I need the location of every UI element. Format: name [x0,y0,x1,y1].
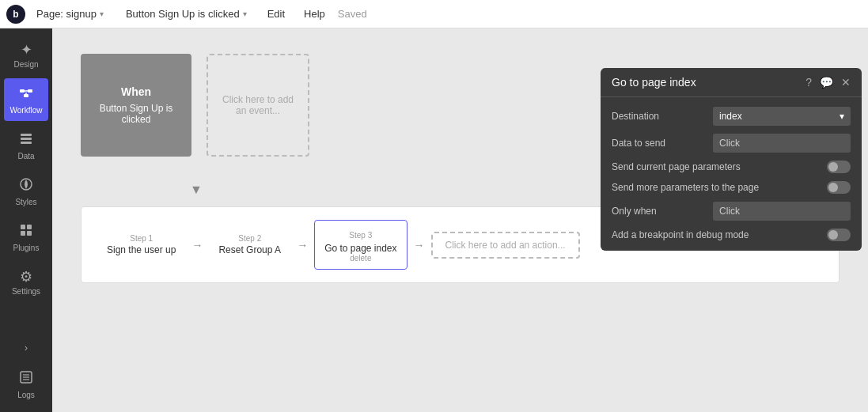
step-arrow-1: → [191,239,203,251]
logs-icon [18,369,34,389]
trigger-description: Button Sign Up is clicked [90,103,182,125]
only-when-label: Only when [612,206,707,217]
add-event-card[interactable]: Click here to add an event... [207,54,309,157]
add-action-card[interactable]: Click here to add an action... [431,232,580,259]
sidebar-item-logs-label: Logs [17,391,35,399]
panel-title: Go to page index [612,76,696,89]
send-more-row: Send more parameters to the page [612,181,851,194]
sidebar-item-workflow-label: Workflow [10,106,43,115]
panel-header: Go to page index ? 💬 ✕ [601,68,862,97]
svg-rect-2 [24,94,28,97]
canvas: When Button Sign Up is clicked Click her… [52,28,868,412]
destination-value: index [719,111,742,122]
svg-rect-12 [27,231,32,236]
breakpoint-row: Add a breakpoint in debug mode [612,229,851,241]
sidebar-item-data-label: Data [17,152,34,161]
destination-label: Destination [612,111,707,122]
sidebar-item-plugins-label: Plugins [13,244,40,252]
step-2-name: Reset Group A [218,244,281,255]
step-3-name: Go to page index [324,243,396,254]
panel-header-icons: ? 💬 ✕ [805,76,851,89]
destination-row: Destination index ▾ [612,107,851,126]
trigger-when-label: When [121,85,151,98]
canvas-down-arrow: ▼ [190,183,203,197]
panel-comment-icon[interactable]: 💬 [820,76,833,89]
step-3[interactable]: Step 3 Go to page index delete [314,220,407,270]
step-arrow-3: → [414,239,425,251]
event-dropdown-arrow: ▾ [243,9,247,18]
data-icon [18,130,34,150]
step-1-label: Step 1 [130,234,153,243]
send-current-row: Send current page parameters [612,161,851,173]
svg-rect-0 [20,89,25,93]
trigger-card[interactable]: When Button Sign Up is clicked [81,54,191,157]
sidebar-item-plugins[interactable]: Plugins [4,216,48,259]
data-to-send-input[interactable]: Click [713,134,851,153]
breakpoint-label: Add a breakpoint in debug mode [612,229,749,240]
data-to-send-value: Click [719,138,740,149]
only-when-value: Click [719,206,740,217]
panel-close-icon[interactable]: ✕ [841,76,851,89]
step-1[interactable]: Step 1 Sign the user up [97,228,185,262]
page-label: Page: signup [36,8,97,20]
step-3-label: Step 3 [349,231,372,240]
event-label: Button Sign Up is clicked [126,8,240,20]
step-2[interactable]: Step 2 Reset Group A [209,228,290,262]
topbar-actions: Edit Help [264,6,328,21]
design-icon: ✦ [21,41,32,59]
step-2-label: Step 2 [238,234,261,243]
data-to-send-label: Data to send [612,138,707,149]
panel-help-icon[interactable]: ? [805,76,812,89]
step-3-delete[interactable]: delete [324,254,396,263]
sidebar-item-logs[interactable]: Logs [4,363,48,406]
event-selector[interactable]: Button Sign Up is clicked ▾ [121,6,252,21]
panel-body: Destination index ▾ Data to send Click [601,97,862,251]
svg-rect-1 [28,89,32,93]
plugins-icon [18,222,34,242]
breakpoint-toggle[interactable] [827,229,851,241]
logo-icon: b [6,5,25,24]
go-to-page-panel: Go to page index ? 💬 ✕ Destination [601,68,862,251]
send-current-label: Send current page parameters [612,161,741,172]
svg-rect-10 [27,225,32,229]
main-content: When Button Sign Up is clicked Click her… [52,28,868,412]
add-event-placeholder: Click here to add an event... [218,94,298,116]
settings-icon: ⚙ [20,268,32,285]
sidebar-item-settings-label: Settings [12,287,40,296]
sidebar-item-workflow[interactable]: Workflow [4,78,48,121]
sidebar: ✦ Design Workflow [0,28,52,412]
only-when-row: Only when Click [612,202,851,221]
svg-rect-9 [21,225,25,229]
sidebar-item-styles[interactable]: Styles [4,170,48,213]
saved-status: Saved [338,8,367,20]
layout: ✦ Design Workflow [0,28,868,412]
destination-select[interactable]: index ▾ [713,107,851,126]
help-button[interactable]: Help [301,6,328,21]
page-dropdown-arrow: ▾ [100,9,104,18]
sidebar-item-design[interactable]: ✦ Design [4,35,48,75]
topbar: b Page: signup ▾ Button Sign Up is click… [0,0,868,28]
edit-button[interactable]: Edit [264,6,288,21]
send-more-toggle[interactable] [827,181,851,194]
only-when-input[interactable]: Click [713,202,851,221]
destination-dropdown-arrow: ▾ [840,111,844,122]
step-1-name: Sign the user up [107,244,176,255]
page-selector[interactable]: Page: signup ▾ [32,6,108,21]
styles-icon [18,176,34,196]
svg-rect-7 [21,142,32,144]
svg-rect-5 [21,134,32,136]
send-more-label: Send more parameters to the page [612,182,759,193]
sidebar-item-styles-label: Styles [15,198,36,206]
workflow-icon [18,85,34,104]
data-to-send-row: Data to send Click [612,134,851,153]
svg-rect-6 [21,138,32,140]
sidebar-item-data[interactable]: Data [4,124,48,167]
sidebar-item-settings[interactable]: ⚙ Settings [4,262,48,302]
panel-overlay: Go to page index ? 💬 ✕ Destination [599,28,868,412]
add-action-label: Click here to add an action... [445,240,566,251]
send-current-toggle[interactable] [827,161,851,173]
sidebar-expand-arrow[interactable]: › [25,342,28,353]
step-arrow-2: → [297,239,308,251]
sidebar-item-design-label: Design [13,60,38,69]
svg-rect-11 [21,231,25,236]
